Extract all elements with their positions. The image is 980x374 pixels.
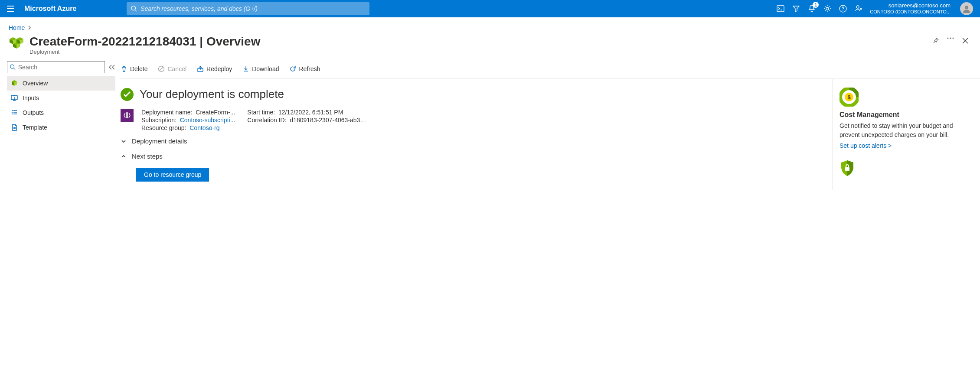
sidebar-collapse-button[interactable] [108,64,115,70]
svg-point-3 [826,7,829,10]
search-icon [131,6,137,12]
inputs-icon [10,94,18,102]
correlation-id-value: d1809183-2307-4063-ab32-2 [290,117,369,124]
more-button[interactable] [947,37,954,44]
gear-icon [823,5,831,13]
sidebar-item-outputs[interactable]: Outputs [7,105,115,120]
account-email: soniarees@contoso.com [870,3,951,9]
svg-point-9 [950,38,951,39]
delete-label: Delete [130,65,147,72]
page-header: CreateForm-20221212184031 | Overview Dep… [0,31,980,61]
svg-point-10 [953,38,954,39]
pin-icon [932,37,939,44]
resource-group-label: Resource group: [141,124,186,131]
cloud-shell-icon [777,5,784,12]
sidebar-item-label: Outputs [23,109,44,116]
sidebar-search-input[interactable] [18,64,102,71]
settings-button[interactable] [823,4,832,13]
start-time-value: 12/12/2022, 6:51:51 PM [278,109,343,116]
sidebar: Overview Inputs Outputs Template [7,61,115,190]
cost-management-description: Get notified to stay within your budget … [840,121,973,142]
account-directory: CONTOSO (CONTOSO.ONCONTO... [870,9,951,15]
chevron-right-icon [27,26,32,30]
breadcrumb-home[interactable]: Home [9,24,25,31]
redeploy-label: Redeploy [206,65,232,72]
correlation-id-label: Correlation ID: [247,117,286,124]
command-bar: Delete Cancel Redeploy Download Refresh [121,61,980,79]
arm-template-icon [121,109,134,122]
deployment-name-value: CreateForm-... [196,109,235,116]
next-steps-expander[interactable]: Next steps [121,146,823,162]
download-button[interactable]: Download [242,65,279,72]
svg-rect-19 [845,167,849,171]
sidebar-item-label: Template [23,124,47,131]
refresh-icon [289,65,296,72]
sidebar-item-label: Inputs [23,94,39,101]
feedback-button[interactable] [854,4,863,13]
sidebar-search-box[interactable] [7,61,105,73]
brand-logo[interactable]: Microsoft Azure [17,5,83,13]
more-icon [947,37,954,39]
filter-button[interactable] [792,4,800,13]
set-up-cost-alerts-link[interactable]: Set up cost alerts > [840,142,892,149]
svg-point-7 [965,6,968,9]
cancel-label: Cancel [167,65,186,72]
refresh-label: Refresh [299,65,320,72]
chevron-down-icon [121,138,127,144]
svg-point-6 [856,6,859,8]
security-shield-icon [840,159,855,177]
svg-point-11 [10,65,14,68]
status-message: Your deployment is complete [140,88,284,101]
cloud-shell-button[interactable] [776,4,785,13]
subscription-label: Subscription: [141,117,176,124]
feedback-icon [855,5,862,13]
avatar-icon [962,4,971,13]
account-info[interactable]: soniarees@contoso.com CONTOSO (CONTOSO.O… [870,3,953,15]
close-icon [962,37,969,44]
resource-type-label: Deployment [29,49,927,55]
hamburger-menu-button[interactable] [3,2,17,16]
deployment-details-label: Deployment details [132,137,187,145]
avatar[interactable] [960,2,973,15]
template-icon [10,124,18,131]
notifications-badge: 1 [813,2,819,8]
redeploy-button[interactable]: Redeploy [197,65,232,72]
sidebar-item-inputs[interactable]: Inputs [7,91,115,105]
help-button[interactable] [839,4,847,13]
breadcrumb: Home [0,17,980,31]
sidebar-item-overview[interactable]: Overview [7,76,115,91]
filter-icon [792,5,800,12]
pin-button[interactable] [932,37,939,44]
subscription-link[interactable]: Contoso-subscripti... [180,117,235,124]
download-label: Download [252,65,279,72]
close-blade-button[interactable] [959,35,971,47]
chevron-up-icon [121,153,127,159]
delete-button[interactable]: Delete [121,65,147,72]
hamburger-icon [7,6,14,12]
notifications-button[interactable]: 1 [807,4,816,13]
trash-icon [121,65,127,72]
cost-management-icon: $ [840,88,859,107]
recommendations-panel: $ Cost Management Get notified to stay w… [833,79,980,190]
svg-point-0 [131,6,136,10]
global-search-bar[interactable] [127,2,369,15]
success-check-icon [121,88,134,101]
deployment-cube-icon [9,35,24,50]
redeploy-icon [197,65,204,72]
svg-line-1 [135,10,137,12]
cancel-icon [158,65,165,72]
search-icon [10,64,16,70]
global-search-input[interactable] [140,5,365,12]
refresh-button[interactable]: Refresh [289,65,320,72]
page-title: CreateForm-20221212184031 | Overview [29,35,927,49]
cube-small-icon [10,79,18,87]
resource-group-link[interactable]: Contoso-rg [189,124,219,131]
sidebar-item-label: Overview [23,80,48,87]
top-bar: Microsoft Azure 1 soniarees@contoso.com … [0,0,980,17]
deployment-details-expander[interactable]: Deployment details [121,131,823,146]
sidebar-item-template[interactable]: Template [7,120,115,135]
go-to-resource-group-button[interactable]: Go to resource group [136,168,209,182]
outputs-icon [10,109,18,117]
svg-point-8 [947,38,949,39]
help-icon [839,5,847,13]
